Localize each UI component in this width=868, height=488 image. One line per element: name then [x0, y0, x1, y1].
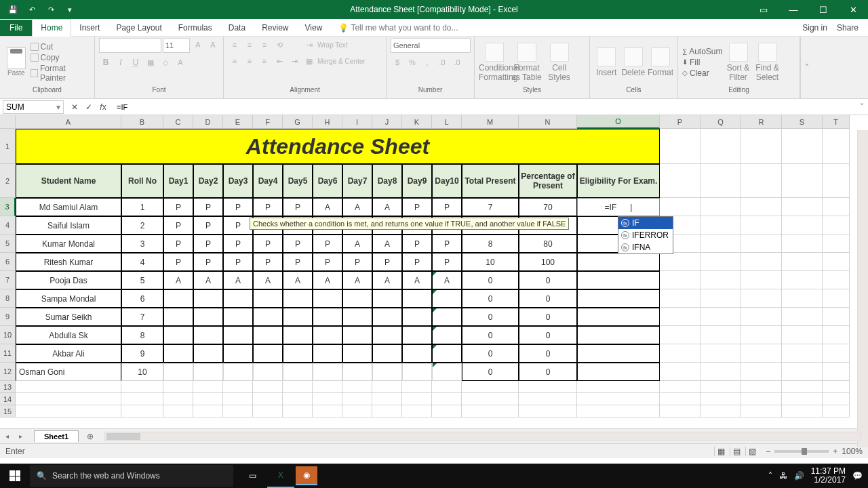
cell[interactable]: 0 — [462, 344, 519, 363]
cell[interactable] — [283, 393, 313, 405]
cell[interactable] — [823, 326, 850, 344]
cell[interactable] — [701, 381, 741, 393]
cell[interactable] — [741, 363, 782, 381]
cell[interactable] — [223, 344, 253, 363]
cell[interactable] — [432, 405, 462, 418]
cell[interactable] — [402, 289, 432, 308]
collapse-ribbon-button[interactable]: ˄ — [800, 37, 812, 99]
merge-center-button[interactable]: Merge & Center — [317, 58, 366, 65]
cell[interactable] — [741, 164, 782, 198]
accounting-format-button[interactable]: $ — [391, 56, 404, 69]
tab-formulas[interactable]: Formulas — [170, 20, 220, 36]
cell[interactable] — [253, 381, 283, 393]
cell[interactable] — [660, 381, 701, 393]
column-header[interactable]: P — [660, 115, 701, 129]
vertical-scrollbar[interactable] — [857, 130, 868, 447]
autocomplete-item[interactable]: fxIFNA — [618, 241, 673, 253]
column-header[interactable]: C — [163, 115, 193, 129]
cell[interactable]: P — [313, 235, 342, 253]
cell[interactable]: P — [193, 253, 223, 271]
cell[interactable]: Abdulla Sk — [16, 326, 121, 344]
cell[interactable] — [741, 235, 782, 253]
cell[interactable] — [660, 308, 701, 326]
cell[interactable] — [253, 393, 283, 405]
zoom-in-button[interactable]: + — [833, 447, 837, 456]
cell[interactable] — [660, 198, 701, 216]
worksheet[interactable]: ABCDEFGHIJKLMNOPQRST 1234567891011121314… — [0, 115, 868, 428]
cell[interactable] — [701, 363, 741, 381]
cell[interactable] — [163, 405, 193, 418]
cell[interactable]: A — [342, 271, 372, 289]
row-header[interactable]: 15 — [0, 405, 16, 418]
align-top-button[interactable]: ≡ — [228, 38, 241, 52]
cell[interactable]: Attendance Sheet — [16, 129, 660, 164]
cell[interactable] — [342, 381, 372, 393]
cell[interactable] — [223, 326, 253, 344]
row-header[interactable]: 7 — [0, 271, 16, 289]
cell[interactable] — [313, 326, 342, 344]
cell[interactable] — [462, 405, 519, 418]
cell[interactable]: 0 — [462, 271, 519, 289]
row-header[interactable]: 8 — [0, 289, 16, 308]
tray-up-icon[interactable]: ˄ — [768, 471, 772, 481]
column-header[interactable]: I — [342, 115, 372, 129]
cell[interactable]: 0 — [519, 344, 577, 363]
percent-format-button[interactable]: % — [406, 56, 419, 69]
cell[interactable]: P — [342, 253, 372, 271]
cell[interactable] — [701, 235, 741, 253]
cell[interactable] — [372, 289, 402, 308]
cell[interactable]: 0 — [462, 308, 519, 326]
cell[interactable] — [121, 405, 163, 418]
cell[interactable]: P — [283, 198, 313, 216]
cell[interactable] — [701, 289, 741, 308]
cell[interactable]: A — [372, 271, 402, 289]
cell[interactable] — [223, 308, 253, 326]
cell[interactable] — [823, 253, 850, 271]
cell[interactable]: 0 — [462, 289, 519, 308]
comma-format-button[interactable]: , — [420, 56, 434, 69]
select-all-corner[interactable] — [0, 115, 16, 129]
cell[interactable]: 0 — [519, 363, 577, 381]
fill-button[interactable]: ⬇ Fill — [682, 58, 723, 67]
cell[interactable]: A — [313, 271, 342, 289]
cell[interactable] — [163, 308, 193, 326]
row-header[interactable]: 12 — [0, 363, 16, 381]
increase-indent-button[interactable]: ⇥ — [288, 54, 301, 68]
column-header[interactable]: T — [823, 115, 850, 129]
cell[interactable] — [741, 393, 782, 405]
cell[interactable] — [402, 326, 432, 344]
cell[interactable]: 2 — [121, 216, 163, 235]
cell[interactable] — [193, 363, 223, 381]
cell[interactable]: 10 — [462, 253, 519, 271]
cell[interactable] — [823, 271, 850, 289]
cell[interactable] — [16, 405, 121, 418]
cell[interactable]: P — [372, 253, 402, 271]
cell[interactable]: P — [193, 216, 223, 235]
paste-button[interactable]: Paste — [4, 47, 28, 77]
wrap-text-button[interactable]: Wrap Text — [317, 41, 348, 49]
cell[interactable] — [253, 363, 283, 381]
cell[interactable]: P — [163, 216, 193, 235]
cell[interactable]: P — [402, 198, 432, 216]
cell[interactable]: A — [372, 235, 402, 253]
cell[interactable] — [313, 381, 342, 393]
cell[interactable]: 8 — [462, 235, 519, 253]
cell[interactable] — [402, 363, 432, 381]
cell[interactable] — [660, 405, 701, 418]
cell[interactable] — [223, 405, 253, 418]
row-header[interactable]: 1 — [0, 129, 16, 164]
cell[interactable] — [782, 271, 823, 289]
column-header[interactable]: N — [519, 115, 577, 129]
cell[interactable]: Student Name — [16, 164, 121, 198]
cell[interactable] — [283, 363, 313, 381]
cell[interactable] — [741, 271, 782, 289]
cell[interactable]: P — [283, 235, 313, 253]
underline-button[interactable]: U — [129, 56, 142, 69]
fx-button[interactable]: fx — [96, 102, 110, 112]
row-header[interactable]: 9 — [0, 308, 16, 326]
cell[interactable] — [782, 253, 823, 271]
formula-input[interactable]: =IF — [114, 102, 856, 113]
cell[interactable] — [823, 344, 850, 363]
cell[interactable]: P — [432, 253, 462, 271]
cell[interactable] — [313, 363, 342, 381]
